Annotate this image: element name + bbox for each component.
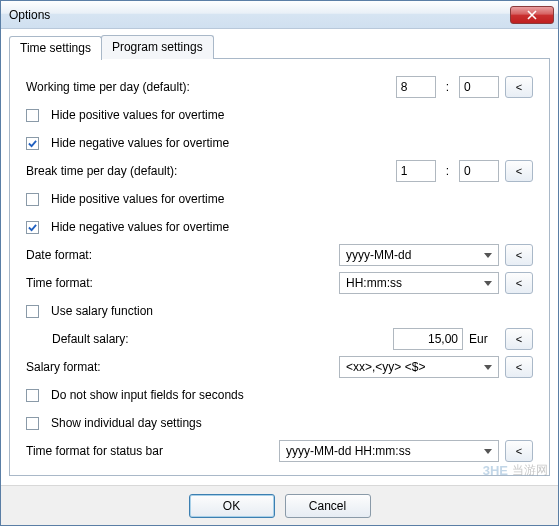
row-use-salary: Use salary function	[26, 297, 533, 325]
bt-hide-pos-label: Hide positive values for overtime	[51, 192, 224, 206]
row-time-format: Time format: HH:mm:ss <	[26, 269, 533, 297]
row-bt-hide-pos: Hide positive values for overtime	[26, 185, 533, 213]
titlebar: Options	[1, 1, 558, 29]
close-icon	[527, 10, 537, 20]
date-format-reset-button[interactable]: <	[505, 244, 533, 266]
hide-seconds-label: Do not show input fields for seconds	[51, 388, 244, 402]
row-wt-hide-neg: Hide negative values for overtime	[26, 129, 533, 157]
bt-hide-pos-checkbox[interactable]	[26, 193, 39, 206]
row-date-format: Date format: yyyy-MM-dd <	[26, 241, 533, 269]
salary-format-select[interactable]: <xx>,<yy> <$>	[339, 356, 499, 378]
row-status-format: Time format for status bar yyyy-MM-dd HH…	[26, 437, 533, 465]
default-salary-reset-button[interactable]: <	[505, 328, 533, 350]
date-format-label: Date format:	[26, 248, 333, 262]
break-minutes-input[interactable]	[459, 160, 499, 182]
row-working-time: Working time per day (default): : <	[26, 73, 533, 101]
working-time-label: Working time per day (default):	[26, 80, 390, 94]
cancel-button[interactable]: Cancel	[285, 494, 371, 518]
status-format-value: yyyy-MM-dd HH:mm:ss	[286, 444, 478, 458]
options-window: Options Time settings Program settings W…	[0, 0, 559, 526]
working-minutes-input[interactable]	[459, 76, 499, 98]
use-salary-checkbox[interactable]	[26, 305, 39, 318]
status-format-label: Time format for status bar	[26, 444, 273, 458]
colon: :	[442, 80, 453, 94]
close-button[interactable]	[510, 6, 554, 24]
status-format-reset-button[interactable]: <	[505, 440, 533, 462]
tab-panel-time: Working time per day (default): : < Hide…	[9, 58, 550, 476]
row-wt-hide-pos: Hide positive values for overtime	[26, 101, 533, 129]
tab-time-settings[interactable]: Time settings	[9, 36, 102, 60]
time-format-value: HH:mm:ss	[346, 276, 478, 290]
salary-format-reset-button[interactable]: <	[505, 356, 533, 378]
break-time-reset-button[interactable]: <	[505, 160, 533, 182]
default-salary-input[interactable]	[393, 328, 463, 350]
time-format-label: Time format:	[26, 276, 333, 290]
row-show-individual: Show individual day settings	[26, 409, 533, 437]
tab-strip: Time settings Program settings	[9, 35, 550, 59]
row-default-salary: Default salary: Eur <	[26, 325, 533, 353]
bt-hide-neg-checkbox[interactable]	[26, 221, 39, 234]
bt-hide-neg-label: Hide negative values for overtime	[51, 220, 229, 234]
salary-currency-label: Eur	[469, 332, 499, 346]
row-salary-format: Salary format: <xx>,<yy> <$> <	[26, 353, 533, 381]
wt-hide-pos-label: Hide positive values for overtime	[51, 108, 224, 122]
wt-hide-pos-checkbox[interactable]	[26, 109, 39, 122]
show-individual-label: Show individual day settings	[51, 416, 202, 430]
chevron-down-icon	[484, 253, 492, 258]
salary-format-value: <xx>,<yy> <$>	[346, 360, 478, 374]
chevron-down-icon	[484, 281, 492, 286]
date-format-select[interactable]: yyyy-MM-dd	[339, 244, 499, 266]
salary-format-label: Salary format:	[26, 360, 333, 374]
break-time-label: Break time per day (default):	[26, 164, 390, 178]
wt-hide-neg-label: Hide negative values for overtime	[51, 136, 229, 150]
tab-program-settings[interactable]: Program settings	[101, 35, 214, 59]
row-break-time: Break time per day (default): : <	[26, 157, 533, 185]
working-hours-input[interactable]	[396, 76, 436, 98]
working-time-reset-button[interactable]: <	[505, 76, 533, 98]
date-format-value: yyyy-MM-dd	[346, 248, 478, 262]
hide-seconds-checkbox[interactable]	[26, 389, 39, 402]
use-salary-label: Use salary function	[51, 304, 153, 318]
chevron-down-icon	[484, 449, 492, 454]
tabs-area: Time settings Program settings Working t…	[1, 29, 558, 485]
break-hours-input[interactable]	[396, 160, 436, 182]
chevron-down-icon	[484, 365, 492, 370]
status-format-select[interactable]: yyyy-MM-dd HH:mm:ss	[279, 440, 499, 462]
time-format-reset-button[interactable]: <	[505, 272, 533, 294]
row-bt-hide-neg: Hide negative values for overtime	[26, 213, 533, 241]
show-individual-checkbox[interactable]	[26, 417, 39, 430]
colon: :	[442, 164, 453, 178]
time-format-select[interactable]: HH:mm:ss	[339, 272, 499, 294]
default-salary-label: Default salary:	[52, 332, 387, 346]
window-title: Options	[9, 8, 510, 22]
ok-button[interactable]: OK	[189, 494, 275, 518]
dialog-footer: OK Cancel	[1, 485, 558, 525]
wt-hide-neg-checkbox[interactable]	[26, 137, 39, 150]
row-hide-seconds: Do not show input fields for seconds	[26, 381, 533, 409]
